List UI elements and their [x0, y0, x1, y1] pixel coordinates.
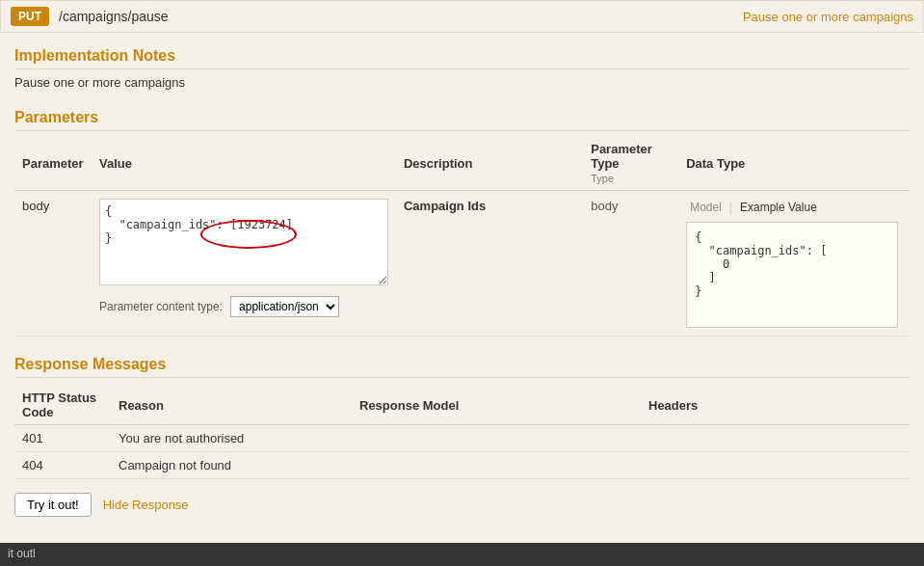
- response-title: Response Messages: [14, 356, 910, 378]
- col-response-model: Response Model: [352, 386, 641, 425]
- content-type-row: Parameter content type: application/json: [99, 296, 388, 317]
- status-code: 401: [14, 425, 111, 452]
- reason-text: You are not authorised: [111, 425, 352, 452]
- param-name: body: [14, 191, 92, 337]
- body-textarea[interactable]: { "campaign_ids": [1923724] }: [99, 199, 388, 285]
- footer-actions: Try it out! Hide Response: [14, 493, 910, 517]
- param-value-cell: { "campaign_ids": [1923724] } Parameter …: [92, 191, 396, 337]
- response-section: Response Messages HTTP Status Code Reaso…: [14, 356, 910, 479]
- model-tabs: Model | Example Value: [686, 199, 902, 216]
- endpoint-header: PUT /campaigns/pause Pause one or more c…: [0, 0, 924, 33]
- impl-notes-title: Implementation Notes: [14, 47, 910, 69]
- table-row: body { "campaign_ids": [1923724] } Param…: [14, 191, 910, 337]
- response-table: HTTP Status Code Reason Response Model H…: [14, 386, 910, 479]
- endpoint-summary: Pause one or more campaigns: [743, 10, 913, 24]
- table-row: 404 Campaign not found: [14, 452, 910, 479]
- try-it-out-button[interactable]: Try it out!: [14, 493, 92, 517]
- textarea-wrapper: { "campaign_ids": [1923724] }: [99, 199, 388, 288]
- param-desc-title: Campaign Ids: [404, 199, 486, 213]
- bottom-bar-text: it outl: [8, 547, 36, 560]
- status-code: 404: [14, 452, 111, 479]
- example-value-tab[interactable]: Example Value: [736, 199, 821, 216]
- hide-response-link[interactable]: Hide Response: [103, 498, 189, 512]
- col-value: Value: [92, 137, 396, 191]
- col-headers: Headers: [641, 386, 910, 425]
- col-param-type: Parameter Type Parameter Type Type: [583, 137, 678, 191]
- param-datatype-cell: Model | Example Value { "campaign_ids": …: [678, 191, 910, 337]
- parameters-table: Parameter Value Description Parameter Ty…: [14, 137, 910, 337]
- implementation-notes: Implementation Notes Pause one or more c…: [14, 47, 910, 90]
- param-type-cell: body: [583, 191, 678, 337]
- col-http-status: HTTP Status Code: [14, 386, 111, 425]
- table-row: 401 You are not authorised: [14, 425, 910, 452]
- param-type-header: Parameter Type Parameter Type: [591, 142, 671, 171]
- model-tab[interactable]: Model: [686, 199, 726, 216]
- response-model: [352, 452, 641, 479]
- content-type-label: Parameter content type:: [99, 300, 223, 313]
- headers-value: [641, 425, 910, 452]
- method-badge: PUT: [11, 7, 49, 26]
- parameters-section: Parameters Parameter Value Description P…: [14, 109, 910, 337]
- col-description: Description: [396, 137, 583, 191]
- col-parameter: Parameter: [14, 137, 92, 191]
- tab-separator: |: [729, 199, 732, 216]
- parameters-title: Parameters: [14, 109, 910, 131]
- param-desc-cell: Campaign Ids: [396, 191, 583, 337]
- endpoint-path: /campaigns/pause: [59, 9, 733, 24]
- reason-text: Campaign not found: [111, 452, 352, 479]
- content-type-select[interactable]: application/json: [230, 296, 339, 317]
- col-data-type: Data Type: [678, 137, 910, 191]
- col-reason: Reason: [111, 386, 352, 425]
- headers-value: [641, 452, 910, 479]
- main-content: Implementation Notes Pause one or more c…: [0, 33, 924, 531]
- response-model: [352, 425, 641, 452]
- bottom-bar: it outl: [0, 543, 924, 566]
- example-value-box: { "campaign_ids": [ 0 ] }: [686, 222, 898, 328]
- impl-notes-description: Pause one or more campaigns: [14, 75, 910, 90]
